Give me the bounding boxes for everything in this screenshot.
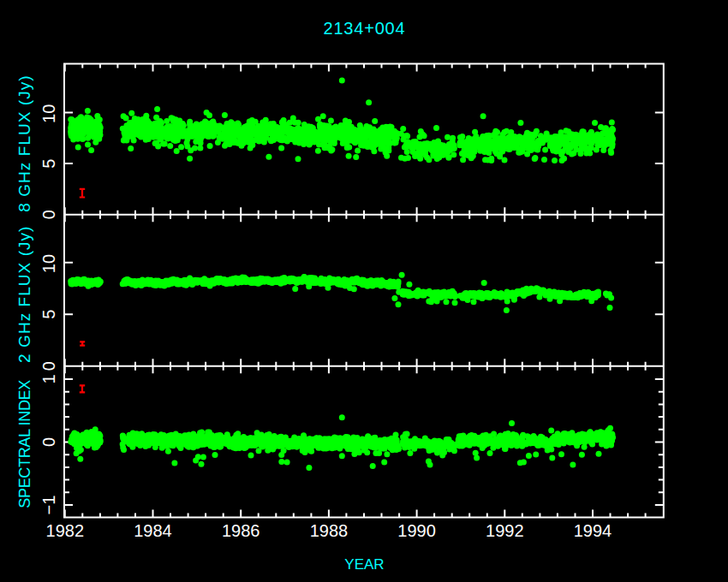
svg-text:8 GHz FLUX (Jy): 8 GHz FLUX (Jy) (15, 74, 33, 211)
svg-text:10: 10 (39, 254, 58, 273)
svg-text:2 GHz FLUX (Jy): 2 GHz FLUX (Jy) (15, 226, 33, 363)
svg-text:10: 10 (39, 104, 58, 123)
svg-text:1990: 1990 (397, 521, 436, 540)
svg-text:0: 0 (39, 361, 58, 371)
svg-text:1984: 1984 (134, 521, 172, 540)
svg-text:5: 5 (39, 310, 58, 319)
svg-text:0: 0 (39, 210, 58, 219)
svg-text:1988: 1988 (310, 521, 349, 540)
svg-text:1982: 1982 (46, 521, 85, 540)
svg-text:SPECTRAL INDEX: SPECTRAL INDEX (16, 380, 33, 508)
svg-text:−1: −1 (39, 496, 58, 515)
svg-text:1992: 1992 (486, 521, 524, 540)
svg-text:1: 1 (39, 374, 58, 383)
svg-text:1986: 1986 (222, 521, 260, 540)
svg-text:1994: 1994 (574, 521, 612, 540)
svg-text:2134+004: 2134+004 (324, 19, 406, 38)
svg-text:5: 5 (39, 159, 58, 169)
svg-text:0: 0 (39, 437, 58, 447)
svg-text:YEAR: YEAR (344, 556, 384, 573)
